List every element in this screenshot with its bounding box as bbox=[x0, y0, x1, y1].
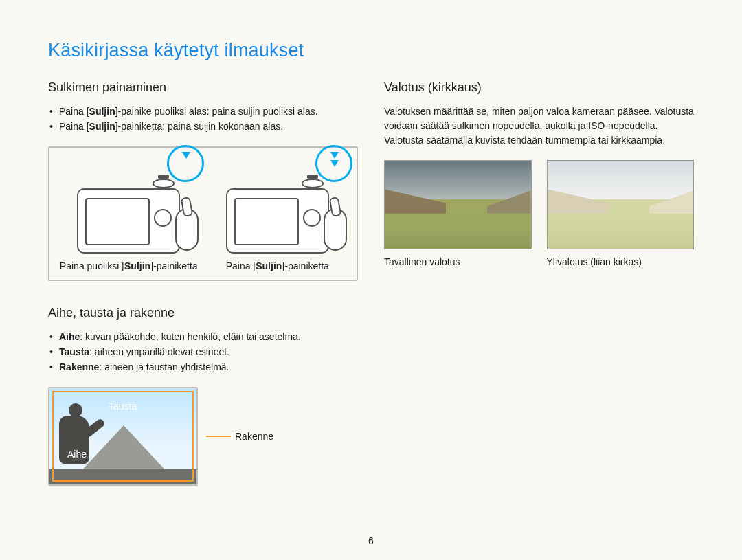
left-column: Sulkimen painaminen Paina [Suljin]-paini… bbox=[48, 80, 358, 486]
photo-normal-exposure bbox=[384, 160, 532, 249]
page-number: 6 bbox=[0, 535, 742, 546]
shutter-illustration-box: Paina puoliksi [Suljin]-painiketta bbox=[48, 146, 358, 281]
composition-heading: Aihe, tausta ja rakenne bbox=[48, 306, 358, 320]
caption-half-press: Paina puoliksi [Suljin]-painiketta bbox=[58, 260, 200, 271]
caption-full-press: Paina [Suljin]-painiketta bbox=[207, 260, 349, 271]
label-rakenne-callout: Rakenne bbox=[206, 431, 273, 442]
arrow-down-icon bbox=[182, 152, 190, 159]
exposure-heading: Valotus (kirkkaus) bbox=[384, 80, 694, 95]
photo-overexposure bbox=[547, 160, 695, 249]
right-column: Valotus (kirkkaus) Valotuksen määrittää … bbox=[384, 80, 694, 486]
shutter-list: Paina [Suljin]-painike puoliksi alas: pa… bbox=[48, 104, 358, 134]
composition-item: Aihe: kuvan pääkohde, kuten henkilö, elä… bbox=[49, 330, 358, 345]
label-aihe: Aihe bbox=[67, 449, 87, 460]
composition-item: Rakenne: aiheen ja taustan yhdistelmä. bbox=[49, 360, 358, 375]
camera-full-press-illustration bbox=[207, 157, 349, 254]
composition-item: Tausta: aiheen ympärillä olevat esineet. bbox=[49, 345, 358, 360]
caption-normal-exposure: Tavallinen valotus bbox=[384, 256, 532, 267]
shutter-heading: Sulkimen painaminen bbox=[48, 80, 358, 95]
label-tausta: Tausta bbox=[109, 401, 137, 412]
shutter-item: Paina [Suljin]-painiketta: paina suljin … bbox=[49, 120, 358, 135]
exposure-body: Valotuksen määrittää se, miten paljon va… bbox=[384, 104, 694, 148]
composition-list: Aihe: kuvan pääkohde, kuten henkilö, elä… bbox=[48, 330, 358, 374]
caption-overexposure: Ylivalotus (liian kirkas) bbox=[547, 256, 695, 267]
shutter-item: Paina [Suljin]-painike puoliksi alas: pa… bbox=[49, 104, 358, 120]
arrow-down-icon bbox=[330, 160, 339, 167]
composition-illustration: Tausta Aihe bbox=[48, 387, 198, 486]
page-title: Käsikirjassa käytetyt ilmaukset bbox=[48, 40, 694, 61]
arrow-down-icon bbox=[330, 152, 339, 159]
camera-half-press-illustration bbox=[58, 157, 200, 254]
